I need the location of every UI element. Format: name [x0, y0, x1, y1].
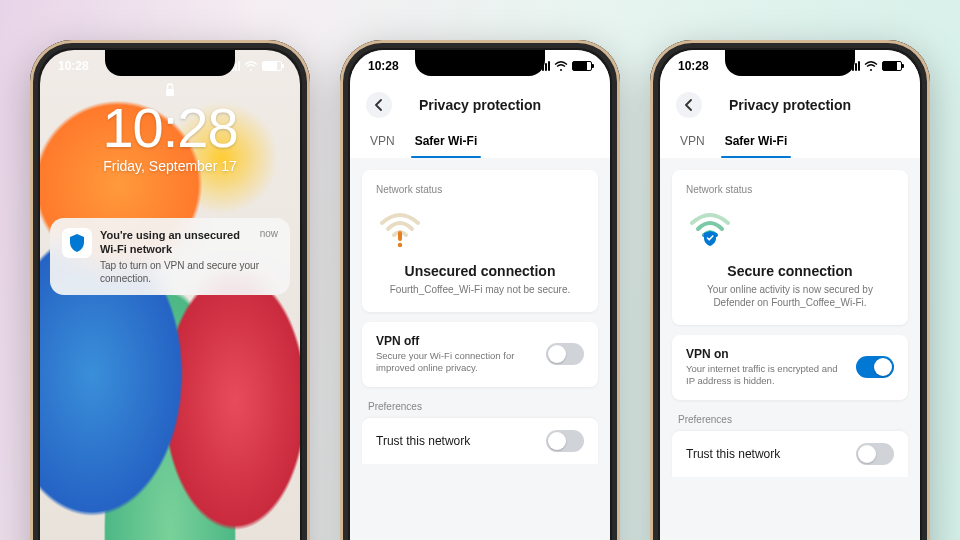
connection-subtitle: Your online activity is now secured by D… [686, 283, 894, 309]
network-status-label: Network status [376, 184, 584, 195]
wifi-icon [864, 61, 878, 71]
screen: 10:28 10:28 Friday, September 17 [40, 50, 300, 540]
lock-date: Friday, September 17 [40, 158, 300, 174]
status-right [849, 61, 902, 71]
phone-unsecured: 10:28 Privacy protection VPN Safer Wi-Fi… [340, 40, 620, 540]
notch [725, 50, 855, 76]
svg-rect-1 [398, 231, 402, 241]
back-button[interactable] [366, 92, 392, 118]
app-body: Network status Unsecured connection Four… [350, 158, 610, 476]
tab-vpn[interactable]: VPN [680, 134, 705, 158]
screen: 10:28 Privacy protection VPN Safer Wi-Fi… [350, 50, 610, 540]
vpn-subtitle: Your internet traffic is encrypted and I… [686, 363, 848, 388]
battery-icon [572, 61, 592, 71]
lock-content: 10:28 Friday, September 17 [40, 82, 300, 174]
connection-subtitle: Fourth_Coffee_Wi-Fi may not be secure. [376, 283, 584, 296]
vpn-subtitle: Secure your Wi-Fi connection for improve… [376, 350, 538, 375]
network-status-label: Network status [686, 184, 894, 195]
status-time: 10:28 [678, 59, 709, 73]
tab-safer-wifi[interactable]: Safer Wi-Fi [725, 134, 788, 158]
vpn-toggle-card: VPN on Your internet traffic is encrypte… [672, 335, 908, 400]
vpn-title: VPN off [376, 334, 538, 348]
tabs: VPN Safer Wi-Fi [660, 126, 920, 158]
trust-network-row: Trust this network [672, 431, 908, 477]
svg-point-2 [398, 243, 402, 247]
status-right [229, 61, 282, 71]
notification-card[interactable]: You're using an unsecured Wi-Fi network … [50, 218, 290, 295]
network-status-card: Network status [672, 170, 908, 325]
notification-body: You're using an unsecured Wi-Fi network … [100, 228, 278, 285]
notification-text: Tap to turn on VPN and secure your conne… [100, 259, 278, 285]
wifi-icon [554, 61, 568, 71]
trust-network-label: Trust this network [686, 447, 780, 461]
notification-title: You're using an unsecured Wi-Fi network [100, 228, 254, 257]
vpn-title: VPN on [686, 347, 848, 361]
svg-rect-0 [166, 89, 174, 96]
wifi-icon [244, 61, 258, 71]
tab-safer-wifi[interactable]: Safer Wi-Fi [415, 134, 478, 158]
wifi-secure-icon [686, 205, 894, 257]
trust-network-label: Trust this network [376, 434, 470, 448]
phone-lockscreen: 10:28 10:28 Friday, September 17 [30, 40, 310, 540]
lock-time: 10:28 [40, 100, 300, 156]
tab-vpn[interactable]: VPN [370, 134, 395, 158]
trust-network-toggle[interactable] [546, 430, 584, 452]
vpn-toggle[interactable] [856, 356, 894, 378]
notch [415, 50, 545, 76]
network-status-card: Network status Unsecured connection Four… [362, 170, 598, 312]
wifi-warning-icon [376, 205, 584, 257]
status-time: 10:28 [368, 59, 399, 73]
battery-icon [262, 61, 282, 71]
connection-title: Secure connection [686, 263, 894, 279]
app-body: Network status [660, 158, 920, 489]
status-time: 10:28 [58, 59, 89, 73]
trust-network-toggle[interactable] [856, 443, 894, 465]
notification-app-icon [62, 228, 92, 258]
tabs: VPN Safer Wi-Fi [350, 126, 610, 158]
trust-network-row: Trust this network [362, 418, 598, 464]
phone-secure: 10:28 Privacy protection VPN Safer Wi-Fi… [650, 40, 930, 540]
notch [105, 50, 235, 76]
status-right [539, 61, 592, 71]
back-button[interactable] [676, 92, 702, 118]
preferences-label: Preferences [672, 400, 908, 431]
battery-icon [882, 61, 902, 71]
vpn-toggle-card: VPN off Secure your Wi-Fi connection for… [362, 322, 598, 387]
connection-title: Unsecured connection [376, 263, 584, 279]
vpn-toggle[interactable] [546, 343, 584, 365]
screen: 10:28 Privacy protection VPN Safer Wi-Fi… [660, 50, 920, 540]
notification-timestamp: now [260, 228, 278, 239]
preferences-label: Preferences [362, 387, 598, 418]
